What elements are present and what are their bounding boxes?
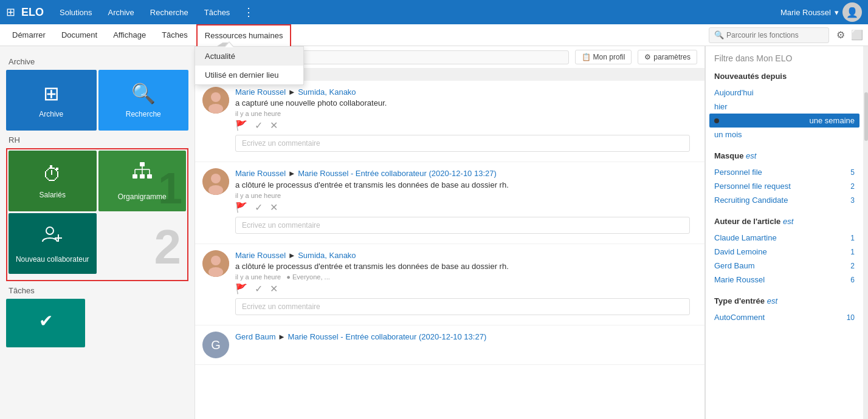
like-btn-3[interactable]: ✓: [255, 283, 263, 295]
bookmark-btn-3[interactable]: 🚩: [235, 283, 247, 295]
svg-rect-3: [147, 174, 152, 179]
filter-title: Filtre dans Mon ELO: [714, 53, 855, 63]
topbar-more-icon[interactable]: ⋮: [239, 5, 258, 19]
filter-un-mois[interactable]: un mois: [714, 128, 855, 141]
tile-recherche[interactable]: 🔍 Recherche: [98, 70, 189, 131]
dropdown-actualite[interactable]: Actualité: [195, 47, 303, 66]
filter-aujourd-hui[interactable]: Aujourd'hui: [714, 86, 855, 100]
filter-personnel-file-request[interactable]: Personnel file request 2: [714, 179, 855, 193]
secondbar-affichage[interactable]: Affichage: [106, 24, 153, 46]
filter-claude[interactable]: Claude Lamartine 1: [714, 231, 855, 245]
archive-section-title: Archive: [9, 57, 188, 66]
feed-item-2: Marie Roussel ► Marie Roussel - Entrée c…: [195, 162, 704, 244]
secondbar-icon-group: ⚙ ⬜: [836, 29, 863, 41]
claude-label: Claude Lamartine: [714, 233, 777, 242]
profile-button[interactable]: 📋 Mon profil: [575, 50, 632, 64]
secondbar-taches[interactable]: Tâches: [154, 24, 195, 46]
feed-target-link-3[interactable]: Sumida, Kanako: [298, 251, 356, 260]
nouveautes-group: Nouveautés depuis Aujourd'hui hier une s…: [714, 72, 855, 141]
tile-organigramme[interactable]: Organigramme: [98, 151, 187, 211]
like-btn-2[interactable]: ✓: [255, 202, 263, 213]
feed-target-link-4[interactable]: Marie Roussel - Entrée collaborateur (20…: [288, 332, 487, 341]
masque-est[interactable]: est: [746, 151, 756, 160]
tile-salaries[interactable]: ⏱ Salariés: [9, 151, 97, 211]
filter-autocomment[interactable]: AutoComment 10: [714, 310, 855, 324]
like-btn-1[interactable]: ✓: [255, 120, 263, 131]
feed-target-link-2[interactable]: Marie Roussel - Entrée collaborateur (20…: [298, 169, 497, 178]
auteur-est[interactable]: est: [783, 217, 793, 226]
filter-gerd[interactable]: Gerd Baum 2: [714, 259, 855, 273]
filter-une-semaine-label: une semaine: [810, 116, 855, 125]
feed-actions-2: 🚩 ✓ ✕: [202, 202, 697, 213]
david-label: David Lemoine: [714, 247, 767, 256]
secondbar-ressources-humaines[interactable]: Ressources humaines: [196, 24, 292, 46]
feed-content-4: Gerd Baum ► Marie Roussel - Entrée colla…: [235, 332, 697, 342]
tasks-section-title: Tâches: [9, 286, 188, 295]
scrollbar-track[interactable]: [863, 46, 868, 419]
grid-icon[interactable]: ⊞: [6, 5, 15, 19]
close-btn-2[interactable]: ✕: [270, 202, 278, 213]
feed-user-link-2[interactable]: Marie Roussel: [235, 169, 286, 178]
recruiting-candidate-label: Recruiting Candidate: [714, 196, 788, 205]
tile-tasks[interactable]: ✔: [6, 299, 85, 347]
dropdown-recent[interactable]: Utilisé en dernier lieu: [195, 66, 303, 84]
secondbar-search-input[interactable]: [726, 31, 824, 39]
feed-user-link-3[interactable]: Marie Roussel: [235, 251, 286, 260]
svg-point-9: [46, 227, 53, 234]
tile-nouveau-collaborateur[interactable]: Nouveau collaborateur: [9, 213, 97, 274]
close-btn-1[interactable]: ✕: [270, 120, 278, 131]
feed-comment-2[interactable]: Ecrivez un commentaire: [235, 217, 690, 234]
filter-marie[interactable]: Marie Roussel 6: [714, 273, 855, 287]
feed-comment-3[interactable]: Ecrivez un commentaire: [235, 298, 690, 315]
scrollbar-thumb[interactable]: [864, 92, 868, 141]
gerd-count: 2: [850, 262, 855, 270]
nav-solutions[interactable]: Solutions: [53, 0, 98, 24]
profile-icon: 📋: [582, 53, 591, 61]
settings-icon[interactable]: ⚙: [836, 29, 845, 41]
feed-comment-1[interactable]: Ecrivez un commentaire: [235, 135, 690, 152]
filter-recruiting-candidate[interactable]: Recruiting Candidate 3: [714, 193, 855, 207]
bookmark-btn-1[interactable]: 🚩: [235, 120, 247, 131]
feed-target-link-1[interactable]: Sumida, Kanako: [298, 87, 356, 97]
feed-time-3: il y a une heure ● Everyone, ...: [235, 273, 697, 281]
middle-content: 🔍 📋 Mon profil ⚙ paramètres Aujourd'hui: [195, 46, 705, 419]
type-label: Type d'entrée: [714, 296, 765, 305]
feed-action-1: a capturé une nouvelle photo collaborate…: [235, 98, 387, 107]
settings-button[interactable]: ⚙ paramètres: [638, 50, 697, 64]
organigramme-tile-label: Organigramme: [118, 192, 167, 201]
dropdown-menu: Actualité Utilisé en dernier lieu: [195, 46, 304, 85]
nav-archive[interactable]: Archive: [102, 0, 140, 24]
svg-point-14: [208, 104, 223, 114]
user-menu[interactable]: Marie Roussel ▾ 👤: [780, 2, 862, 22]
secondbar-search-box[interactable]: 🔍: [709, 27, 829, 43]
bookmark-btn-2[interactable]: 🚩: [235, 202, 247, 213]
nav-taches[interactable]: Tâches: [198, 0, 236, 24]
window-icon[interactable]: ⬜: [851, 29, 863, 41]
nav-recherche[interactable]: Recherche: [144, 0, 195, 24]
nouveau-collaborateur-tile-label: Nouveau collaborateur: [16, 255, 89, 264]
logo: ELO: [21, 6, 44, 19]
main-layout: Archive ⊞ Archive 🔍 Recherche RH ⏱ Salar…: [0, 46, 868, 419]
feed-user-link-4[interactable]: Gerd Baum: [235, 332, 275, 341]
autocomment-count: 10: [847, 313, 855, 322]
filter-une-semaine[interactable]: une semaine: [709, 114, 859, 128]
feed-title-2: Marie Roussel ► Marie Roussel - Entrée c…: [235, 168, 697, 190]
filter-david[interactable]: David Lemoine 1: [714, 245, 855, 259]
secondbar-demarrer[interactable]: Démarrer: [5, 24, 53, 46]
filter-hier[interactable]: hier: [714, 100, 855, 114]
feed-action-2: a clôturé le processus d'entrée et trans…: [235, 180, 509, 189]
settings-label: paramètres: [653, 53, 691, 61]
user-dropdown-icon: ▾: [835, 8, 839, 17]
feed-user-link-1[interactable]: Marie Roussel: [235, 87, 286, 97]
settings-gear-icon: ⚙: [644, 53, 651, 61]
type-est[interactable]: est: [767, 296, 777, 305]
secondbar-document[interactable]: Document: [54, 24, 105, 46]
nouveau-collaborateur-tile-icon: [41, 223, 63, 250]
feed-visibility-3: Everyone, ...: [292, 273, 330, 281]
masque-group: Masque est Personnel file 5 Personnel fi…: [714, 151, 855, 207]
feed-avatar-3: [202, 250, 229, 277]
filter-personnel-file[interactable]: Personnel file 5: [714, 165, 855, 179]
feed-avatar-4: G: [202, 332, 229, 358]
tile-archive[interactable]: ⊞ Archive: [6, 70, 97, 131]
close-btn-3[interactable]: ✕: [270, 283, 278, 295]
